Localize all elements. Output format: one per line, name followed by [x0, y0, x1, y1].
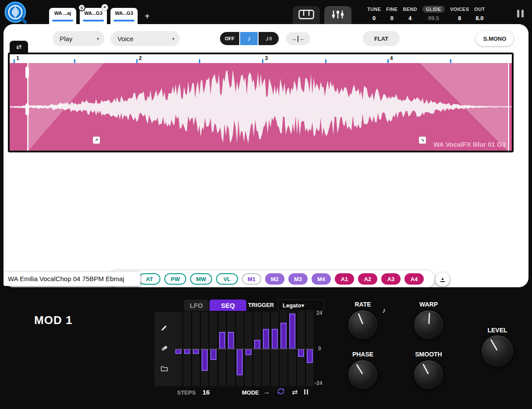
pill-vl[interactable]: VL	[216, 273, 238, 285]
start-handle-bottom[interactable]	[25, 103, 29, 115]
tab-lfo[interactable]: LFO	[184, 300, 209, 311]
expand-button[interactable]: ▲	[436, 272, 450, 286]
stat-glide[interactable]: GLIDE99.5	[422, 5, 445, 21]
stat-tune[interactable]: TUNE0	[367, 5, 381, 21]
pill-a4[interactable]: A4	[404, 273, 424, 285]
waveform-editor[interactable]: 1234 ↗ ↘ WA VocalFX Blur 01 G3	[8, 53, 514, 152]
rate-sync-note-icon[interactable]: ♪	[382, 307, 386, 314]
seq-tools	[154, 312, 174, 386]
mode-pingpong-icon[interactable]: ⇄	[292, 388, 298, 396]
trigger-dropdown[interactable]: Legato ▾	[278, 300, 324, 311]
voice-mode-dropdown[interactable]: Voice ▾	[110, 31, 180, 46]
seq-zero-line	[174, 349, 314, 349]
mode-loop-icon[interactable]	[277, 388, 285, 396]
fade-in-handle[interactable]: ↗	[93, 137, 100, 144]
mode-forward-icon[interactable]: →	[263, 388, 270, 396]
app-logo-icon	[4, 1, 29, 26]
fade-out-handle[interactable]: ↘	[419, 137, 426, 144]
solo-badge[interactable]: S	[78, 4, 85, 11]
folder-icon[interactable]	[160, 365, 168, 374]
pill-pw[interactable]: PW	[164, 273, 186, 285]
trigger-value: Legato	[283, 302, 301, 309]
mode-label: MODE	[242, 389, 259, 396]
axis-max: 24	[316, 310, 322, 316]
doc-tab[interactable]: WA...G3	[110, 8, 138, 24]
piano-icon	[298, 10, 314, 21]
play-mode-label: Play	[60, 35, 72, 42]
sync-segmented-control: OFF ♪ ♪8	[220, 32, 279, 45]
mode-icons: → ⇄	[263, 387, 308, 397]
level-knob[interactable]	[482, 335, 513, 367]
axis-min: -24	[315, 380, 322, 386]
steps-label: STEPS	[177, 389, 196, 396]
zero-line	[10, 106, 512, 107]
start-handle-top[interactable]	[25, 67, 29, 78]
pencil-icon[interactable]	[160, 324, 168, 333]
doc-tab[interactable]: WA ...aj	[49, 8, 76, 24]
stat-bend[interactable]: BEND4	[403, 5, 417, 21]
pill-m3[interactable]: M3	[288, 273, 308, 285]
diagonal-arrow-icon: ↗	[95, 138, 98, 142]
trigger-label: TRIGGER	[248, 302, 274, 308]
phase-knob[interactable]	[348, 360, 377, 389]
pill-m4[interactable]: M4	[312, 273, 331, 285]
pill-a2[interactable]: A2	[358, 273, 377, 285]
mode-hold-icon[interactable]	[304, 389, 308, 395]
rate-knob[interactable]	[348, 310, 377, 339]
pill-mw[interactable]: MW	[190, 273, 212, 285]
add-tab-button[interactable]: +	[145, 11, 150, 21]
doc-tab[interactable]: WA...G3S×	[80, 8, 107, 24]
rate-label: RATE	[348, 301, 378, 308]
diagonal-arrow-icon: ↘	[421, 138, 424, 142]
collapse-selection-button[interactable]: →|←	[286, 32, 310, 45]
sync-triplet-button[interactable]: ♪8	[259, 32, 279, 45]
loop-mode-tab[interactable]: ⇄	[10, 41, 28, 53]
stat-fine[interactable]: FINE0	[386, 5, 397, 21]
smooth-label: SMOOTH	[413, 351, 444, 358]
mod-title: MOD 1	[34, 314, 72, 327]
eight-label: 8	[270, 36, 272, 41]
waveform-display[interactable]: ↗ ↘ WA VocalFX Blur 01 G3	[10, 63, 512, 151]
phase-label: PHASE	[348, 351, 378, 358]
smooth-knob[interactable]	[414, 360, 443, 389]
chevron-down-icon: ▾	[301, 302, 305, 309]
pill-a3[interactable]: A3	[381, 273, 401, 285]
chevron-down-icon: ▾	[172, 36, 174, 41]
up-icon: ▲	[441, 277, 445, 280]
axis-zero: 0	[318, 346, 321, 352]
flat-button[interactable]: FLAT	[363, 31, 400, 46]
sample-name-watermark: WA VocalFX Blur 01 G3	[433, 141, 506, 148]
waveform-ruler[interactable]: 1234	[10, 54, 512, 63]
stereo-mono-button[interactable]: S.MONO	[476, 31, 514, 46]
voice-mode-label: Voice	[117, 35, 134, 42]
pill-m2[interactable]: M2	[265, 273, 284, 285]
arrow-left-icon: ←	[299, 35, 305, 42]
pill-at[interactable]: AT	[138, 273, 160, 285]
header-stats: TUNE0FINE0BEND4GLIDE99.5VOICES8OUT8.0	[367, 5, 485, 21]
sync-note-button[interactable]: ♪	[239, 32, 259, 45]
end-marker[interactable]	[508, 63, 509, 151]
close-icon[interactable]: ×	[101, 4, 108, 11]
pill-a1[interactable]: A1	[335, 273, 354, 285]
divider-icon: |	[297, 35, 299, 42]
stat-out[interactable]: OUT8.0	[474, 5, 485, 21]
loop-icon: ⇄	[16, 43, 22, 51]
pause-icon[interactable]	[517, 10, 524, 18]
tab-keyboard-view[interactable]	[293, 6, 320, 24]
tab-seq[interactable]: SEQ	[209, 300, 246, 311]
play-mode-dropdown[interactable]: Play ▾	[53, 31, 104, 46]
steps-value[interactable]: 16	[202, 388, 210, 396]
chevron-down-icon: ▾	[97, 36, 99, 41]
sync-off-button[interactable]: OFF	[220, 32, 239, 45]
warp-knob[interactable]	[414, 310, 443, 339]
pill-bar: ATPWMWVLM1M2M3M4A1A2A3A4	[109, 271, 435, 287]
filename-tooltip: WA Emilia VocalChop 04 75BPM Ebmaj	[4, 272, 140, 286]
note-icon: ♪	[266, 35, 269, 42]
sliders-icon	[331, 10, 345, 21]
pill-m1[interactable]: M1	[242, 273, 261, 285]
warp-label: WARP	[413, 301, 444, 308]
arrow-right-icon: →	[291, 35, 297, 42]
eraser-icon[interactable]	[160, 344, 168, 354]
stat-voices[interactable]: VOICES8	[450, 5, 469, 21]
tab-mixer-view[interactable]	[324, 6, 351, 24]
